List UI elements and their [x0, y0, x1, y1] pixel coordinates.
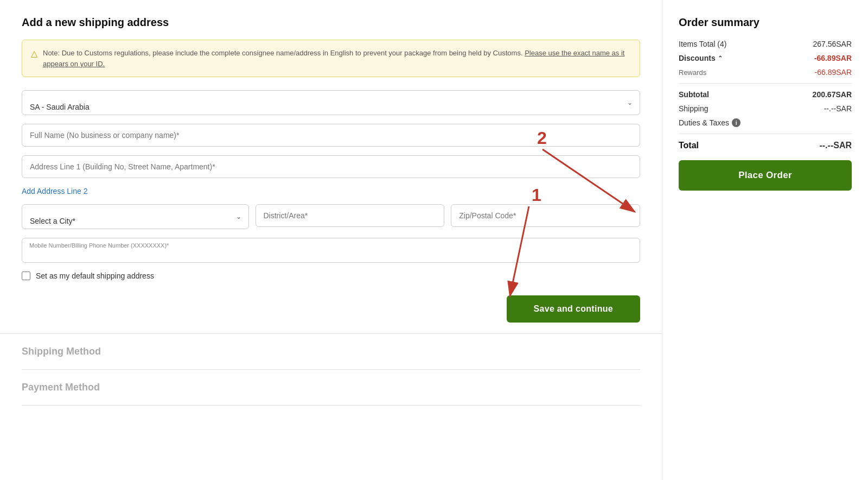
items-total-label: Items Total (4) [679, 40, 726, 48]
total-divider [679, 134, 852, 134]
customs-notice: △ Note: Due to Customs regulations, plea… [22, 40, 640, 77]
zip-field [451, 204, 640, 229]
total-label: Total [679, 141, 699, 150]
items-total-row: Items Total (4) 267.56SAR [679, 40, 852, 48]
shipping-row: Shipping --.--SAR [679, 104, 852, 113]
discounts-row: Discounts ⌃ -66.89SAR [679, 54, 852, 62]
svg-text:1: 1 [532, 185, 541, 205]
phone-input[interactable]: +966 [22, 238, 640, 263]
shipping-value: --.--SAR [824, 104, 852, 113]
country-select[interactable]: SA - Saudi Arabia [22, 90, 640, 115]
order-summary-title: Order summary [679, 16, 852, 29]
city-field: City* Select a City* ⌄ [22, 204, 249, 229]
discounts-label: Discounts ⌃ [679, 54, 723, 62]
total-value: --.--SAR [819, 141, 852, 150]
fullname-field [22, 124, 640, 147]
items-total-value: 267.56SAR [813, 40, 852, 48]
discounts-value: -66.89SAR [814, 54, 852, 62]
zip-input[interactable] [451, 204, 640, 227]
subtotal-row: Subtotal 200.67SAR [679, 90, 852, 99]
place-order-button[interactable]: Place Order [679, 160, 852, 191]
subtotal-value: 200.67SAR [813, 90, 852, 99]
chevron-up-icon: ⌃ [718, 55, 723, 62]
district-field [256, 204, 445, 229]
notice-text: Note: Due to Customs regulations, please… [43, 48, 631, 69]
total-row: Total --.--SAR [679, 141, 852, 150]
rewards-row: Rewards -66.89SAR [679, 68, 852, 77]
rewards-label: Rewards [679, 68, 706, 77]
fullname-input[interactable] [22, 124, 640, 147]
duties-row: Duties & Taxes i [679, 118, 852, 127]
page-title: Add a new shipping address [22, 16, 640, 29]
shipping-method-section[interactable]: Shipping Method [22, 334, 640, 370]
order-summary-panel: Order summary Items Total (4) 267.56SAR … [662, 0, 868, 480]
district-input[interactable] [256, 204, 445, 227]
info-icon: i [732, 118, 741, 127]
subtotal-label: Subtotal [679, 90, 709, 99]
summary-divider [679, 83, 852, 84]
rewards-value: -66.89SAR [815, 68, 852, 77]
shipping-method-title: Shipping Method [22, 346, 101, 357]
default-shipping-row: Set as my default shipping address [22, 271, 640, 280]
shipping-label: Shipping [679, 104, 709, 113]
default-shipping-checkbox[interactable] [22, 271, 30, 280]
warning-icon: △ [31, 48, 37, 59]
phone-field: Mobile Number/Billing Phone Number (XXXX… [22, 238, 640, 263]
address1-field [22, 155, 640, 178]
city-select[interactable]: Select a City* [22, 204, 249, 229]
payment-method-section[interactable]: Payment Method [22, 370, 640, 406]
duties-label: Duties & Taxes [679, 118, 729, 127]
address1-input[interactable] [22, 155, 640, 178]
default-shipping-label: Set as my default shipping address [36, 271, 154, 280]
add-address-line2-link[interactable]: Add Address Line 2 [22, 187, 87, 195]
country-field: Country / Region* SA - Saudi Arabia ⌄ [22, 90, 640, 115]
save-continue-button[interactable]: Save and continue [507, 295, 640, 323]
payment-method-title: Payment Method [22, 382, 100, 393]
